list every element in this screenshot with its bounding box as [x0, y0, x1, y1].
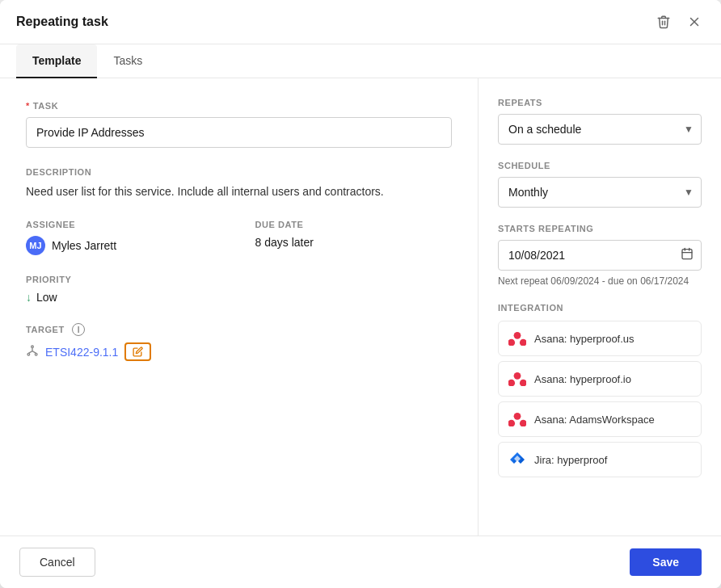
asana-icon	[508, 370, 526, 388]
modal-footer: Cancel Save	[0, 536, 721, 588]
cancel-button[interactable]: Cancel	[19, 548, 95, 577]
schedule-select[interactable]: Daily Weekly Monthly Yearly	[498, 177, 702, 208]
priority-row: ↓ Low	[26, 291, 452, 304]
tab-template[interactable]: Template	[16, 44, 97, 78]
schedule-field-group: SCHEDULE Daily Weekly Monthly Yearly ▼	[498, 161, 702, 208]
task-label: *TASK	[26, 101, 452, 111]
target-field-group: TARGET i ETSI422-9.1.1	[26, 323, 452, 361]
schedule-select-wrapper: Daily Weekly Monthly Yearly ▼	[498, 177, 702, 208]
svg-point-15	[514, 372, 521, 380]
tab-tasks[interactable]: Tasks	[97, 44, 158, 78]
svg-point-16	[508, 380, 515, 386]
svg-point-12	[514, 332, 521, 339]
integration-item-asana-us[interactable]: Asana: hyperproof.us	[498, 321, 702, 356]
description-field-group: DESCRIPTION Need user list for this serv…	[26, 167, 452, 200]
svg-line-6	[28, 351, 32, 354]
starts-repeating-label: STARTS REPEATING	[498, 224, 702, 233]
assignee-label: ASSIGNEE	[26, 220, 223, 229]
integration-label-asana-adams: Asana: AdamsWorkspace	[534, 414, 655, 426]
jira-icon	[508, 451, 526, 468]
right-panel: REPEATS On a schedule When task complete…	[479, 78, 721, 536]
task-field-group: *TASK	[26, 101, 452, 148]
starts-repeating-field-group: STARTS REPEATING Next repeat 06/09/2024 …	[498, 224, 702, 287]
avatar: MJ	[26, 236, 45, 255]
date-input-wrapper	[498, 240, 702, 271]
task-input[interactable]	[26, 117, 452, 148]
close-button[interactable]	[684, 11, 705, 32]
description-text: Need user list for this service. Include…	[26, 183, 452, 200]
edit-target-button[interactable]	[124, 342, 151, 361]
integration-label-jira: Jira: hyperproof	[534, 454, 607, 466]
schedule-label: SCHEDULE	[498, 161, 702, 170]
due-date-label: DUE DATE	[255, 220, 453, 229]
tabs-bar: Template Tasks	[0, 44, 721, 78]
svg-point-13	[508, 339, 515, 346]
left-panel: *TASK DESCRIPTION Need user list for thi…	[0, 78, 479, 536]
asana-icon	[508, 410, 526, 428]
target-row: ETSI422-9.1.1	[26, 342, 452, 361]
svg-point-2	[32, 346, 34, 348]
svg-rect-8	[682, 250, 692, 259]
integration-field-group: INTEGRATION Asana: hyperproof.us	[498, 303, 702, 477]
due-date-field: DUE DATE 8 days later	[255, 220, 453, 255]
modal-header: Repeating task	[0, 0, 721, 44]
save-button[interactable]: Save	[630, 548, 702, 576]
svg-point-18	[514, 413, 521, 420]
svg-line-7	[32, 351, 36, 354]
modal-body: *TASK DESCRIPTION Need user list for thi…	[0, 78, 721, 536]
integration-label: INTEGRATION	[498, 303, 702, 313]
header-actions	[653, 11, 705, 32]
svg-point-20	[520, 420, 526, 426]
modal-title: Repeating task	[16, 15, 108, 29]
target-link[interactable]: ETSI422-9.1.1	[45, 346, 118, 359]
integration-label-asana-io: Asana: hyperproof.io	[534, 373, 631, 385]
target-label: TARGET i	[26, 323, 452, 336]
svg-point-4	[35, 353, 37, 355]
required-star: *	[26, 101, 30, 111]
integration-item-jira[interactable]: Jira: hyperproof	[498, 442, 702, 477]
due-date-value: 8 days later	[255, 236, 453, 249]
repeats-select[interactable]: On a schedule When task completes Never	[498, 114, 702, 145]
starts-repeating-input[interactable]	[498, 240, 702, 271]
priority-arrow-icon: ↓	[26, 291, 32, 304]
asana-icon	[508, 330, 526, 347]
assignee-duedate-row: ASSIGNEE MJ Myles Jarrett DUE DATE 8 day…	[26, 220, 452, 255]
delete-button[interactable]	[653, 11, 674, 32]
integration-item-asana-io[interactable]: Asana: hyperproof.io	[498, 361, 702, 397]
target-structure-icon	[26, 344, 39, 359]
description-label: DESCRIPTION	[26, 167, 452, 177]
assignee-name: Myles Jarrett	[52, 239, 116, 252]
assignee-row: MJ Myles Jarrett	[26, 236, 223, 255]
modal: Repeating task Template Tasks *TASK	[0, 0, 721, 588]
repeats-label: REPEATS	[498, 98, 702, 107]
assignee-field: ASSIGNEE MJ Myles Jarrett	[26, 220, 223, 255]
repeats-select-wrapper: On a schedule When task completes Never …	[498, 114, 702, 145]
svg-point-14	[520, 339, 526, 346]
target-info-icon[interactable]: i	[72, 323, 85, 336]
calendar-icon[interactable]	[681, 247, 694, 263]
repeats-field-group: REPEATS On a schedule When task complete…	[498, 98, 702, 145]
integration-label-asana-us: Asana: hyperproof.us	[534, 333, 635, 345]
svg-point-17	[520, 380, 526, 386]
priority-label: PRIORITY	[26, 275, 452, 284]
priority-value: Low	[36, 291, 57, 304]
integration-item-asana-adams[interactable]: Asana: AdamsWorkspace	[498, 401, 702, 437]
next-repeat-text: Next repeat 06/09/2024 - due on 06/17/20…	[498, 275, 702, 287]
svg-point-19	[508, 420, 515, 426]
svg-point-3	[27, 353, 30, 355]
priority-field-group: PRIORITY ↓ Low	[26, 275, 452, 304]
